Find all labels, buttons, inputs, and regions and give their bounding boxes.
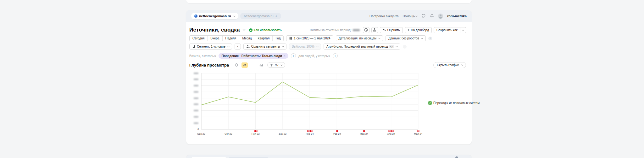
- next-avatar: [455, 156, 458, 158]
- play-icon: ▶: [249, 28, 253, 32]
- save-as-button[interactable]: Сохранить как: [434, 27, 460, 33]
- line-chart: ✓ Переходы из поисковых систем 0Сен 23Ок…: [189, 71, 472, 139]
- page: neftoenergomash.ru neftoenergomash.ru + …: [0, 0, 644, 158]
- chip-close-icon[interactable]: ×: [284, 54, 286, 58]
- site-favicon-icon: [194, 15, 197, 18]
- y-axis-tick-blurred: [194, 85, 198, 86]
- event-marker[interactable]: [336, 130, 338, 132]
- top-tabs-bar: neftoenergomash.ru neftoenergomash.ru + …: [186, 10, 472, 22]
- next-counter-pill: [191, 157, 226, 158]
- sampling-dropdown[interactable]: Выборка: 100%: [289, 44, 321, 50]
- help-question-icon[interactable]: ?: [428, 37, 432, 40]
- metrics-selector[interactable]: 7/7: [267, 62, 285, 68]
- segment-label: Сегмент: 1 условие: [197, 45, 225, 48]
- visits-period-note: Визиты за отчётный период:: [310, 28, 359, 32]
- counter-selector-label: neftoenergomash.ru: [199, 14, 231, 18]
- counter-selector[interactable]: neftoenergomash.ru: [191, 13, 238, 19]
- report-tab[interactable]: neftoenergomash.ru +: [240, 13, 281, 19]
- export-button[interactable]: [371, 27, 378, 33]
- x-axis-label: Окт 23: [225, 132, 232, 135]
- columns-view-icon[interactable]: [258, 62, 264, 68]
- event-marker[interactable]: [363, 130, 365, 132]
- help-question-icon[interactable]: ?: [403, 45, 407, 49]
- data-mode-dropdown[interactable]: Данные: без роботов: [386, 35, 426, 41]
- username: rbru-metrika: [447, 14, 467, 18]
- detail-label: Детализация: по месяцам: [339, 37, 377, 40]
- compare-segments-label: Сравнить сегменты: [251, 45, 280, 48]
- hide-chart-label: Скрыть график: [437, 63, 459, 67]
- metrics-count-label: 7/7: [274, 63, 279, 67]
- segment-clear-button[interactable]: ×: [235, 44, 241, 50]
- donut-view-icon[interactable]: [233, 62, 240, 68]
- how-to-use-link[interactable]: ▶ Как использовать: [249, 28, 282, 32]
- redacted-visits-value: [353, 29, 360, 31]
- report-title-row: Источники, сводка ☆ ▶ Как использовать В…: [189, 26, 466, 33]
- notifications-bell-icon[interactable]: [430, 14, 434, 19]
- y-axis-tick-blurred: [194, 110, 198, 111]
- y-axis-tick-blurred: [194, 97, 198, 99]
- y-axis-tick-blurred: [194, 116, 198, 118]
- next-card-edge: [186, 155, 472, 158]
- period-preset-button[interactable]: Вчера: [207, 36, 222, 41]
- stacked-area-view-icon[interactable]: [250, 62, 256, 68]
- chevron-down-icon: [415, 15, 418, 17]
- rate-button-label: Оценить: [387, 28, 400, 32]
- segment-dropdown[interactable]: Сегмент: 1 условие: [189, 44, 232, 50]
- x-axis-label: Апр 24: [387, 132, 395, 135]
- save-as-dropdown-button[interactable]: [460, 27, 466, 33]
- event-marker[interactable]: [417, 130, 420, 132]
- filter-row: Визиты, в которых Поведение · Роботность…: [189, 53, 466, 59]
- rate-button[interactable]: Оценить: [380, 27, 403, 33]
- previous-card-edge: [186, 0, 472, 3]
- help-menu[interactable]: Помощь: [403, 15, 418, 18]
- account-bar: Настройка аккаунта Помощь rbru-metrika: [369, 14, 467, 19]
- chevron-down-icon: [233, 15, 235, 17]
- period-preset-button[interactable]: Неделя: [222, 36, 239, 41]
- plus-icon: +: [408, 28, 410, 32]
- x-axis-label: Дек 23: [279, 132, 287, 135]
- history-clock-button[interactable]: [363, 27, 369, 33]
- compare-segments-dropdown[interactable]: Сравнить сегменты: [243, 44, 286, 50]
- period-preset-button[interactable]: Квартал: [255, 36, 273, 41]
- x-axis-label: Фев 24: [333, 132, 341, 135]
- chart-title: Глубина просмотра: [189, 63, 229, 67]
- chart-canvas: [189, 71, 472, 139]
- gridlines: [201, 73, 418, 129]
- for-people-label: для людей, у которых: [298, 54, 330, 58]
- line-view-icon[interactable]: [242, 62, 248, 68]
- cross-device-badge: КД: [389, 45, 394, 48]
- period-preset-button[interactable]: Сегодня: [190, 36, 207, 41]
- attribution-dropdown[interactable]: Атрибуция: Последний значимый переход КД: [324, 44, 400, 50]
- next-tab-pill: [228, 157, 269, 158]
- save-as-split-button: Сохранить как: [434, 27, 466, 33]
- report-tab-label: neftoenergomash.ru: [244, 14, 274, 18]
- help-menu-label: Помощь: [403, 15, 415, 18]
- x-axis-label: Мар 24: [360, 132, 368, 135]
- x-axis-label: Ноя 23: [252, 132, 260, 135]
- add-to-dashboard-label: На дашборд: [411, 28, 429, 32]
- y-axis-zero-label: 0: [197, 128, 199, 131]
- hide-chart-button[interactable]: Скрыть график: [433, 62, 466, 68]
- period-preset-button[interactable]: Год: [272, 36, 283, 41]
- chat-icon[interactable]: [421, 14, 426, 19]
- favorite-star-icon[interactable]: ☆: [242, 28, 246, 32]
- how-to-use-label: Как использовать: [254, 28, 282, 32]
- add-tab-button[interactable]: +: [275, 14, 277, 18]
- period-toolbar: СегодняВчераНеделяМесяцКварталГод 1 сен …: [189, 35, 466, 41]
- add-to-dashboard-button[interactable]: + На дашборд: [405, 27, 432, 33]
- add-visit-filter-button[interactable]: +: [291, 53, 296, 58]
- detail-dropdown[interactable]: Детализация: по месяцам: [336, 35, 383, 41]
- date-range-button[interactable]: 1 сен 2023 — 1 мая 2024: [286, 35, 333, 41]
- period-preset-button[interactable]: Месяц: [239, 36, 254, 41]
- x-axis-label: Май 24: [414, 132, 423, 135]
- filter-chip-robots[interactable]: Поведение · Роботность: Только люди ×: [219, 53, 288, 59]
- x-axis-label: Янв 24: [306, 132, 314, 135]
- avatar[interactable]: [438, 14, 443, 19]
- add-people-filter-button[interactable]: +: [333, 53, 338, 58]
- period-presets: СегодняВчераНеделяМесяцКварталГод: [189, 35, 284, 41]
- page-title: Источники, сводка: [189, 27, 240, 33]
- attribution-label: Атрибуция: Последний значимый переход: [326, 45, 388, 48]
- account-settings-link[interactable]: Настройка аккаунта: [369, 15, 399, 18]
- event-marker[interactable]: [253, 130, 256, 132]
- event-marker[interactable]: [307, 130, 310, 132]
